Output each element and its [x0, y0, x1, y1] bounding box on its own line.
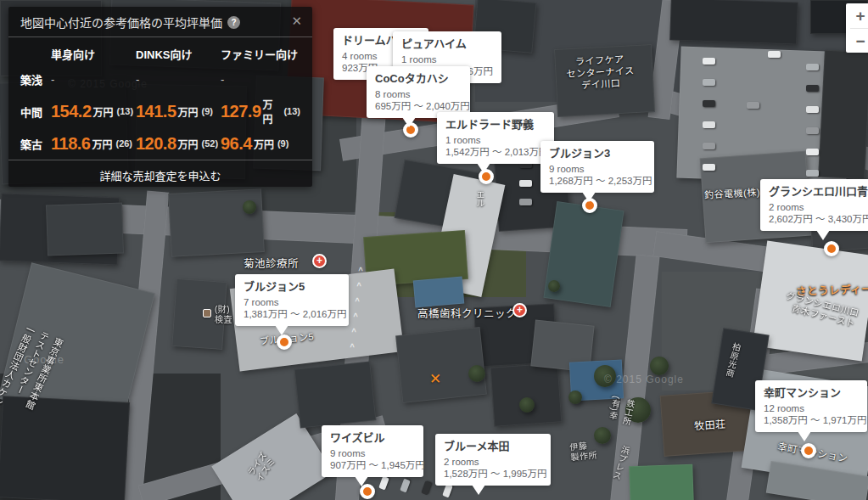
- poi-square-icon[interactable]: [203, 309, 211, 317]
- price-cell: -: [136, 63, 221, 95]
- poi-label-zaidan: (財) 検査: [215, 305, 232, 325]
- property-tooltip-eldorado[interactable]: エルドラード野義 1 rooms 1,542万円 ～ 2,013万円: [437, 112, 554, 164]
- building-label-makita: 牧田荘: [693, 416, 726, 433]
- map-building: [294, 361, 377, 428]
- map-car: [703, 79, 715, 86]
- column-header-dinks: DINKS向け: [136, 37, 221, 63]
- price-cell: 127.9 万円 (13): [221, 95, 300, 127]
- road-chevron-icon: <: [351, 312, 360, 317]
- map-tree: [594, 427, 611, 444]
- property-name: 幸町マンション: [764, 386, 859, 399]
- price-cell: 120.8 万円 (52): [136, 127, 221, 160]
- property-marker-ys[interactable]: [360, 484, 375, 499]
- property-price: 695万円 ～ 2,040万円: [375, 100, 462, 112]
- map-car: [703, 164, 715, 171]
- property-tooltip-gran[interactable]: グランシエロ川口青木フ 2 rooms 2,602万円 ～ 3,430万円: [760, 179, 868, 231]
- price-unit: 万円: [178, 137, 199, 151]
- property-marker-bourgeon5[interactable]: [277, 334, 292, 350]
- road-chevron-icon: <: [353, 297, 361, 301]
- building-label-yuko: (有)幸 鉄工所: [605, 395, 637, 426]
- hospital-icon[interactable]: +: [312, 254, 327, 268]
- road-chevron-icon: <: [350, 328, 358, 332]
- price-value: -: [51, 73, 54, 86]
- property-marker-saiwai[interactable]: [801, 443, 816, 458]
- price-unit: 万円: [92, 137, 112, 151]
- price-cell: -: [221, 63, 300, 95]
- hospital-icon[interactable]: +: [512, 303, 527, 317]
- price-unit: 万円: [254, 137, 274, 151]
- price-unit: 万円: [263, 97, 281, 126]
- map-car: [519, 180, 532, 187]
- map-car: [806, 170, 819, 177]
- map-car: [400, 479, 411, 493]
- map-car: [703, 143, 715, 149]
- property-tooltip-coco[interactable]: CoCoタカハシ 8 rooms 695万円 ～ 2,040万円: [367, 66, 470, 118]
- map-car: [442, 484, 453, 498]
- building-label-lifecare: ライフケア センターナイス デイ川口: [559, 53, 641, 93]
- zoom-out-button[interactable]: −: [846, 29, 868, 53]
- property-price: 1,381万円 ～ 2,016万円: [244, 308, 340, 320]
- property-price: 1,268万円 ～ 2,253万円: [549, 175, 646, 187]
- map-tree: [548, 280, 560, 292]
- help-icon[interactable]: ?: [227, 16, 240, 29]
- price-cell: 141.5 万円 (9): [136, 95, 221, 127]
- map-building: [413, 277, 465, 308]
- property-rooms: 9 rooms: [330, 447, 415, 459]
- property-tooltip-saiwai[interactable]: 幸町マンション 12 rooms 1,358万円 ～ 1,971万円: [755, 380, 867, 432]
- property-price: 2,602万円 ～ 3,430万円: [769, 213, 868, 225]
- map-viewport[interactable]: <<<<<< © 2015 Google © 2015 Google Googl…: [0, 0, 868, 500]
- map-car: [806, 149, 819, 155]
- poi-label-line: (財): [215, 305, 232, 315]
- map-building: [168, 188, 265, 257]
- map-car: [806, 127, 819, 134]
- property-tooltip-bourgeon3[interactable]: ブルジョン3 9 rooms 1,268万円 ～ 2,253万円: [540, 141, 654, 193]
- property-rooms: 7 rooms: [244, 296, 340, 308]
- price-value: 127.9: [221, 102, 261, 121]
- column-header-single: 単身向け: [51, 37, 136, 63]
- property-name: ブルーメ本田: [444, 440, 542, 452]
- column-header-family: ファミリー向け: [221, 37, 300, 63]
- zoom-in-button[interactable]: +: [846, 3, 868, 28]
- map-watermark: © 2015 Google: [604, 374, 684, 385]
- map-car: [806, 85, 819, 92]
- poi-label-kikuchi-clinic: 菊池診療所: [244, 255, 299, 271]
- property-tooltip-ys[interactable]: ワイズビル 9 rooms 907万円 ～ 1,945万円: [322, 425, 423, 477]
- property-name: CoCoタカハシ: [375, 72, 462, 85]
- zoom-control: + −: [846, 3, 868, 53]
- close-icon[interactable]: ✕: [291, 14, 302, 29]
- property-rooms: 2 rooms: [444, 456, 542, 468]
- property-name: ピュアハイム: [401, 37, 493, 50]
- map-car: [747, 102, 759, 109]
- request-appraisal-link[interactable]: 詳細な売却査定を申込む: [8, 160, 312, 190]
- price-unit: 万円: [93, 104, 114, 119]
- price-count: (26): [115, 138, 132, 149]
- price-value: -: [221, 73, 224, 86]
- table-corner: [20, 37, 51, 63]
- property-tooltip-bourgeon5[interactable]: ブルジョン5 7 rooms 1,381万円 ～ 2,016万円: [235, 274, 349, 326]
- map-building: [629, 464, 694, 500]
- property-marker-gran[interactable]: [824, 241, 839, 256]
- row-label-old: 築古: [20, 127, 51, 160]
- property-rooms: 1 rooms: [401, 53, 493, 65]
- property-price: 1,358万円 ～ 1,971万円: [764, 414, 859, 426]
- property-rooms: 8 rooms: [375, 88, 462, 100]
- price-cell: 118.6 万円 (26): [51, 127, 136, 160]
- map-tree: [468, 365, 485, 382]
- property-tooltip-blume[interactable]: ブルーメ本田 2 rooms 1,528万円 ～ 1,995万円: [435, 434, 551, 486]
- property-name: エルドラード野義: [445, 118, 546, 131]
- building-label-el: エル: [473, 190, 486, 208]
- map-car: [703, 58, 715, 65]
- map-building: [46, 202, 124, 256]
- price-summary-panel: 地図中心付近の参考価格の平均坪単価 ? ✕ 単身向け DINKS向け ファミリー…: [8, 7, 312, 187]
- price-count: (13): [283, 106, 300, 116]
- map-building: [669, 0, 798, 45]
- price-count: (9): [277, 138, 288, 149]
- property-marker-eldorado[interactable]: [479, 169, 494, 184]
- map-car: [768, 51, 781, 58]
- road-chevron-icon: <: [355, 282, 363, 286]
- panel-header: 地図中心付近の参考価格の平均坪単価 ? ✕: [8, 7, 312, 37]
- map-tree: [650, 357, 669, 375]
- price-value: 154.2: [51, 102, 92, 121]
- map-tree: [243, 200, 256, 214]
- property-rooms: 1 rooms: [445, 134, 546, 146]
